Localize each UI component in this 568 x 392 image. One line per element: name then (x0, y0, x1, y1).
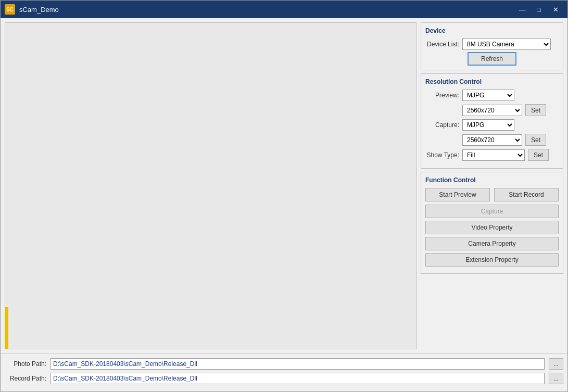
record-browse-button[interactable]: ... (549, 373, 563, 384)
minimize-button[interactable]: — (514, 4, 530, 15)
resolution-section-title: Resolution Control (425, 78, 559, 85)
status-bar (5, 307, 8, 349)
show-type-label: Show Type: (425, 151, 459, 159)
camera-property-button[interactable]: Camera Property (425, 237, 559, 250)
show-type-row: Show Type: Fill Fit Stretch Set (425, 149, 559, 161)
app-icon: SC (5, 4, 15, 15)
preview-set-button[interactable]: Set (525, 104, 546, 116)
preview-label: Preview: (425, 92, 459, 99)
start-record-button[interactable]: Start Record (494, 188, 559, 201)
capture-format-select[interactable]: MJPG YUY2 (462, 119, 514, 131)
preview-record-row: Start Preview Start Record (425, 188, 559, 201)
preview-format-select[interactable]: MJPG YUY2 (462, 90, 514, 101)
capture-format-row: Capture: MJPG YUY2 (425, 119, 559, 131)
capture-res-row: 2560x720 1280x360 640x180 Set (462, 134, 559, 146)
main-content: Device Device List: 8M USB Camera Refres… (1, 18, 567, 353)
restore-button[interactable]: □ (531, 4, 547, 15)
refresh-button[interactable]: Refresh (468, 52, 516, 66)
right-panel: Device Device List: 8M USB Camera Refres… (416, 18, 567, 353)
device-list-row: Device List: 8M USB Camera (425, 39, 559, 50)
preview-area (5, 22, 416, 349)
photo-path-input[interactable] (51, 358, 545, 370)
device-section-title: Device (425, 27, 559, 34)
capture-set-button[interactable]: Set (525, 134, 546, 146)
title-bar: SC sCam_Demo — □ ✕ (1, 1, 567, 18)
function-section: Function Control Start Preview Start Rec… (421, 172, 563, 274)
show-type-select[interactable]: Fill Fit Stretch (462, 149, 525, 161)
capture-button[interactable]: Capture (425, 205, 559, 218)
extension-property-button[interactable]: Extension Property (425, 253, 559, 267)
record-path-row: Record Path: ... (5, 373, 563, 384)
photo-path-label: Photo Path: (5, 360, 46, 368)
preview-res-select[interactable]: 2560x720 1280x360 640x180 (462, 105, 522, 116)
bottom-section: Photo Path: ... Record Path: ... (1, 353, 567, 391)
start-preview-button[interactable]: Start Preview (425, 188, 490, 201)
photo-browse-button[interactable]: ... (549, 358, 563, 370)
device-section: Device Device List: 8M USB Camera Refres… (421, 22, 563, 70)
capture-label: Capture: (425, 121, 459, 129)
refresh-row: Refresh (425, 52, 559, 66)
close-button[interactable]: ✕ (548, 4, 563, 15)
resolution-section: Resolution Control Preview: MJPG YUY2 25… (421, 73, 563, 169)
photo-path-row: Photo Path: ... (5, 358, 563, 370)
window-controls: — □ ✕ (514, 4, 563, 15)
main-window: SC sCam_Demo — □ ✕ Device Device List: 8… (0, 0, 568, 392)
video-property-button[interactable]: Video Property (425, 221, 559, 234)
capture-res-select[interactable]: 2560x720 1280x360 640x180 (462, 134, 522, 146)
preview-res-row: 2560x720 1280x360 640x180 Set (462, 104, 559, 116)
record-path-label: Record Path: (5, 375, 46, 382)
function-section-title: Function Control (425, 176, 559, 184)
preview-format-row: Preview: MJPG YUY2 (425, 90, 559, 101)
device-list-select[interactable]: 8M USB Camera (462, 39, 551, 50)
device-list-label: Device List: (425, 41, 459, 48)
window-title: sCam_Demo (19, 6, 514, 14)
capture-row: Capture (425, 205, 559, 218)
record-path-input[interactable] (51, 373, 545, 384)
show-type-set-button[interactable]: Set (528, 149, 549, 161)
